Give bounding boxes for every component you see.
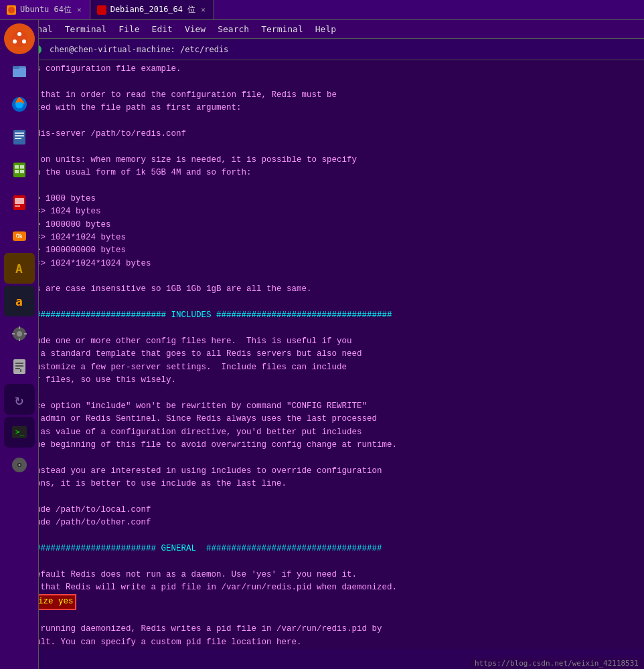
software-center-icon[interactable]: 🛍: [4, 220, 35, 251]
terminal-line: # By default Redis does not run as a dae…: [5, 569, 639, 581]
tab-debian[interactable]: Debian6_2016_64 位 ✕: [90, 0, 214, 19]
terminal-line: [5, 610, 639, 623]
firefox-icon[interactable]: [4, 89, 35, 120]
terminal-line: #: [5, 490, 639, 503]
svg-point-2: [13, 39, 17, 43]
terminal-line: ################################ INCLUDE…: [5, 309, 639, 322]
terminal-line: # other files, so use this wisely.: [5, 374, 639, 387]
main-layout: 🛍 A a ↻ >_ Ubuntu 64位 ✕: [0, 0, 644, 649]
terminal-line: # line as value of a configuration direc…: [5, 426, 639, 439]
svg-rect-20: [15, 205, 20, 207]
svg-point-1: [17, 32, 21, 36]
terminal-line: # 1kb => 1024 bytes: [5, 205, 639, 218]
menu-terminal[interactable]: Terminal: [60, 22, 112, 36]
svg-point-3: [22, 39, 26, 43]
terminal-line: # include /path/to/local.conf: [5, 504, 639, 516]
terminal-line: # it in the usual form of 1k 5GB 4M and …: [5, 167, 639, 179]
terminal-line: [5, 296, 639, 309]
tab-debian-label: Debian6_2016_64 位: [110, 4, 196, 15]
terminal-line: # 1gb => 1024*1024*1024 bytes: [5, 258, 639, 270]
terminal-line: # at the beginning of this file to avoid…: [5, 439, 639, 452]
files-icon[interactable]: [4, 56, 35, 87]
terminal-line: # have a standard template that goes to …: [5, 348, 639, 361]
terminal-line: # Redis configuration file example.: [5, 63, 639, 76]
terminal-line: # Note that in order to read the configu…: [5, 89, 639, 102]
update-manager-icon[interactable]: ↻: [4, 384, 35, 415]
terminal-line: # If instead you are interested in using…: [5, 465, 639, 478]
terminal-line: # ./redis-server /path/to/redis.conf: [5, 128, 639, 140]
svg-text:>_: >_: [15, 427, 25, 436]
terminal-line: # default. You can specify a custom pid …: [5, 636, 639, 649]
svg-point-40: [98, 7, 105, 13]
terminal-line: [5, 555, 639, 568]
svg-rect-27: [12, 333, 15, 334]
terminal-line: # Note that Redis will write a pid file …: [5, 581, 639, 594]
tab-debian-close[interactable]: ✕: [199, 5, 207, 15]
svg-rect-11: [15, 135, 24, 136]
svg-point-38: [18, 464, 20, 466]
content-area: Ubuntu 64位 ✕ Debian6_2016_64 位 ✕ Termina…: [0, 0, 644, 649]
svg-rect-16: [15, 170, 19, 173]
terminal-line: # Notice option "include" won't be rewri…: [5, 400, 639, 413]
libreoffice-calc-icon[interactable]: [4, 155, 35, 185]
sidebar: 🛍 A a ↻ >_: [0, 20, 39, 669]
svg-point-39: [8, 7, 15, 13]
svg-rect-9: [13, 130, 25, 145]
ubuntu-icon[interactable]: [4, 23, 35, 54]
svg-rect-6: [13, 66, 19, 69]
svg-rect-14: [15, 165, 19, 169]
debian-tab-icon: [97, 5, 106, 15]
menu-terminal2[interactable]: Terminal: [256, 22, 309, 36]
tab-ubuntu-label: Ubuntu 64位: [20, 4, 72, 15]
text-editor-icon[interactable]: [4, 351, 35, 382]
svg-rect-5: [13, 68, 26, 77]
terminal-line: daemonize yes: [5, 594, 639, 609]
menu-view[interactable]: View: [179, 22, 211, 36]
titlebar-text: chen@chen-virtual-machine: /etc/redis: [50, 45, 228, 54]
menu-edit[interactable]: Edit: [147, 22, 178, 36]
terminal-line: # 1m => 1000000 bytes: [5, 219, 639, 231]
system-settings-icon[interactable]: [4, 318, 35, 349]
ubuntu-tab-icon: [7, 5, 16, 15]
terminal-line: # 1mb => 1024*1024 bytes: [5, 231, 639, 244]
menu-help[interactable]: Help: [310, 22, 341, 36]
bottom-url: https://blog.csdn.net/weixin_42118531: [469, 658, 644, 669]
menu-search[interactable]: Search: [212, 22, 254, 36]
terminal-line: ############################## GENERAL #…: [5, 543, 639, 555]
libreoffice-writer-icon[interactable]: [4, 122, 35, 153]
terminal-line: # Include one or more other config files…: [5, 335, 639, 348]
terminal-line: #: [5, 452, 639, 464]
taskbar: Ubuntu 64位 ✕ Debian6_2016_64 位 ✕: [0, 0, 644, 20]
titlebar: chen@chen-virtual-machine: /etc/redis: [0, 39, 644, 60]
terminal-line: # 1g => 1000000000 bytes: [5, 244, 639, 257]
taskbar-tabs: Ubuntu 64位 ✕ Debian6_2016_64 位 ✕: [0, 0, 214, 19]
svg-rect-19: [15, 198, 24, 204]
terminal-line: # started with the file path as first ar…: [5, 102, 639, 114]
font-viewer-icon[interactable]: A: [4, 253, 35, 284]
svg-rect-17: [20, 170, 24, 173]
svg-rect-33: [20, 369, 21, 372]
svg-rect-15: [20, 165, 24, 169]
terminal-icon[interactable]: >_: [4, 417, 35, 448]
dvd-icon[interactable]: [4, 450, 35, 480]
menu-file[interactable]: File: [113, 22, 145, 36]
terminal-line: [5, 530, 639, 543]
terminal-line: #: [5, 76, 639, 88]
terminal-line: #: [5, 115, 639, 128]
terminal-body[interactable]: # Redis configuration file example.## No…: [0, 60, 644, 649]
svg-rect-29: [13, 359, 25, 374]
svg-rect-12: [15, 138, 21, 139]
svg-rect-25: [19, 326, 20, 329]
terminal-line: #: [5, 270, 639, 283]
terminal-line: # When running daemonized, Redis writes …: [5, 623, 639, 636]
svg-point-24: [17, 331, 22, 337]
libreoffice-impress-icon[interactable]: [4, 187, 35, 218]
terminal-line: # include /path/to/other.conf: [5, 516, 639, 529]
terminal-line: # to customize a few per-server settings…: [5, 361, 639, 374]
svg-rect-28: [24, 333, 27, 334]
svg-rect-26: [19, 339, 20, 341]
tab-ubuntu[interactable]: Ubuntu 64位 ✕: [0, 0, 90, 19]
tab-ubuntu-close[interactable]: ✕: [76, 5, 83, 15]
amazon-icon[interactable]: a: [4, 286, 35, 316]
menubar: Terminal Terminal File Edit View Search …: [0, 20, 644, 39]
